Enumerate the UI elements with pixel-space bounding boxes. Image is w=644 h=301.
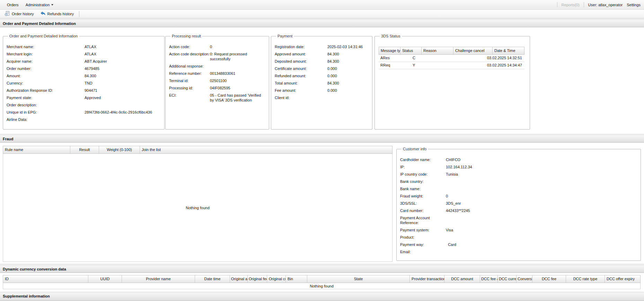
- field-row: Amount: 84.300: [7, 72, 161, 79]
- field-label: Card number:: [400, 208, 446, 213]
- field-value: 0.000: [327, 66, 368, 71]
- field-label: Reference number:: [169, 71, 210, 76]
- column-header[interactable]: DCC amount: [444, 275, 480, 283]
- column-header[interactable]: Conversion: [517, 275, 532, 283]
- field-row: Order number: 4679485: [7, 65, 161, 72]
- column-header[interactable]: DCC offer expiry: [605, 275, 636, 283]
- menubar-divider: [584, 2, 584, 7]
- column-header[interactable]: DCC rate type: [566, 275, 605, 283]
- field-label: Authorization Response ID:: [7, 88, 85, 93]
- field-value: 0.000: [327, 88, 368, 93]
- column-header[interactable]: DCC fee amount: [480, 275, 498, 283]
- column-header[interactable]: DCC fee: [532, 275, 566, 283]
- column-header[interactable]: UUID: [88, 275, 122, 283]
- field-row: Bank name:: [400, 185, 637, 192]
- field-value: [210, 64, 265, 69]
- field-label: 3DS/SSL:: [400, 201, 446, 206]
- field-label: Terminal id:: [169, 78, 210, 83]
- field-label: IP:: [400, 165, 446, 169]
- field-value: [85, 117, 161, 122]
- menu-orders[interactable]: Orders: [3, 1, 22, 9]
- column-header[interactable]: Original currency: [267, 275, 286, 283]
- field-label: Fee amount:: [275, 88, 327, 93]
- field-row: Action code description: 0: Request proc…: [169, 50, 265, 62]
- user-label: User: atlax_operator: [588, 3, 623, 7]
- column-header[interactable]: DCC currency: [498, 275, 517, 283]
- column-header[interactable]: Reason: [422, 47, 453, 54]
- field-row: Registration date: 2025-02-03 14:31:46: [275, 43, 369, 50]
- menubar-divider: [557, 2, 557, 7]
- column-header[interactable]: Provider name: [122, 275, 195, 283]
- field-row: Order description:: [7, 101, 161, 108]
- field-label: Processing id:: [169, 86, 210, 90]
- field-value: Visa: [446, 228, 591, 232]
- field-value: 28f473fd-0662-4f4c-9c6c-2916cf6bc436: [85, 110, 161, 115]
- fraud-rules-grid: Rule name Result Weight (0-100) Join the…: [3, 146, 392, 262]
- field-row: Payment Account Reference:: [400, 214, 637, 226]
- field-row: Currency: TND: [7, 79, 161, 87]
- column-header[interactable]: Weight (0-100): [99, 146, 140, 153]
- field-label: Payment system:: [400, 228, 446, 232]
- column-header[interactable]: ID: [3, 275, 88, 283]
- table-row[interactable]: RReq Y 03.02.2025 14:34:47: [379, 62, 524, 69]
- column-header[interactable]: Join the list: [140, 146, 162, 153]
- field-row: Total amount: 84.300: [275, 79, 369, 87]
- field-value: [327, 95, 368, 100]
- column-header[interactable]: Status: [400, 47, 422, 54]
- column-header[interactable]: Challenge cancel: [453, 47, 493, 54]
- field-value: [446, 179, 591, 184]
- field-label: Payment way:: [400, 242, 446, 247]
- column-header[interactable]: State: [307, 275, 410, 283]
- 3ds-status-grid-header: Message type Status Reason Challenge can…: [379, 47, 524, 55]
- cell-status: C: [411, 55, 432, 62]
- field-value: 84.300: [85, 73, 161, 78]
- table-row[interactable]: ARes C 03.02.2025 14:32:51: [379, 55, 524, 62]
- field-label: Certificate amount:: [275, 66, 327, 71]
- field-value: 4679485: [85, 66, 161, 71]
- menu-administration[interactable]: Administration: [22, 1, 57, 9]
- column-header[interactable]: Date & Time: [493, 47, 517, 54]
- field-value: 84.300: [327, 59, 368, 64]
- column-header[interactable]: Message type: [379, 47, 400, 54]
- field-row: Bank country:: [400, 178, 637, 185]
- column-header[interactable]: Original fee: [248, 275, 267, 283]
- column-header[interactable]: Rule name: [3, 146, 70, 153]
- field-row: Client id:: [275, 94, 369, 101]
- panel-payment-legend: Payment: [276, 34, 294, 38]
- field-label: Payment Account Reference:: [400, 215, 446, 225]
- field-label: Order description:: [7, 103, 85, 107]
- panel-order-details-legend: Order and Payment Detailed Information: [8, 34, 79, 38]
- field-label: Currency:: [7, 81, 85, 86]
- dcc-content: ID UUID Provider name Date time Original…: [0, 273, 644, 292]
- field-value: 102.164.112.34: [446, 165, 591, 169]
- column-header[interactable]: Bin: [286, 275, 307, 283]
- field-value: 0: [210, 44, 265, 49]
- field-value: TND: [85, 81, 161, 86]
- column-header[interactable]: Provider transaction id: [410, 275, 444, 283]
- field-label: Bank name:: [400, 186, 446, 191]
- menu-settings[interactable]: Settings: [627, 3, 641, 7]
- dcc-grid-empty: Nothing found: [3, 283, 641, 289]
- column-header[interactable]: Date time: [195, 275, 230, 283]
- field-label: Deposited amount:: [275, 59, 327, 64]
- panel-3ds-status: 3DS Status Message type Status Reason Ch…: [374, 34, 530, 130]
- field-label: Refunded amount:: [275, 73, 327, 78]
- cell-message-type: ARes: [379, 55, 411, 62]
- field-value: 0.000: [327, 73, 368, 78]
- dcc-grid: ID UUID Provider name Date time Original…: [3, 275, 641, 289]
- section-header-dcc: Dynamic currency conversion data: [0, 265, 644, 273]
- field-value: Tunisia: [446, 172, 591, 177]
- refunds-history-button[interactable]: Refunds history: [38, 10, 76, 18]
- column-header[interactable]: Original amount: [230, 275, 248, 283]
- field-row: Payment state: Approved: [7, 94, 161, 101]
- field-label: Payment state:: [7, 95, 85, 100]
- field-value: [85, 103, 161, 107]
- panel-processing-result-legend: Processing result: [170, 34, 202, 38]
- column-header[interactable]: Result: [70, 146, 99, 153]
- section-header-fraud: Fraud: [0, 135, 644, 143]
- order-history-button[interactable]: Order history: [2, 10, 36, 18]
- field-label: Registration date:: [275, 44, 327, 49]
- panel-customer-info-legend: Customer info: [402, 147, 428, 151]
- field-value: 0: Request processed successfully: [210, 52, 265, 61]
- menu-reports[interactable]: Reports(0): [562, 3, 580, 7]
